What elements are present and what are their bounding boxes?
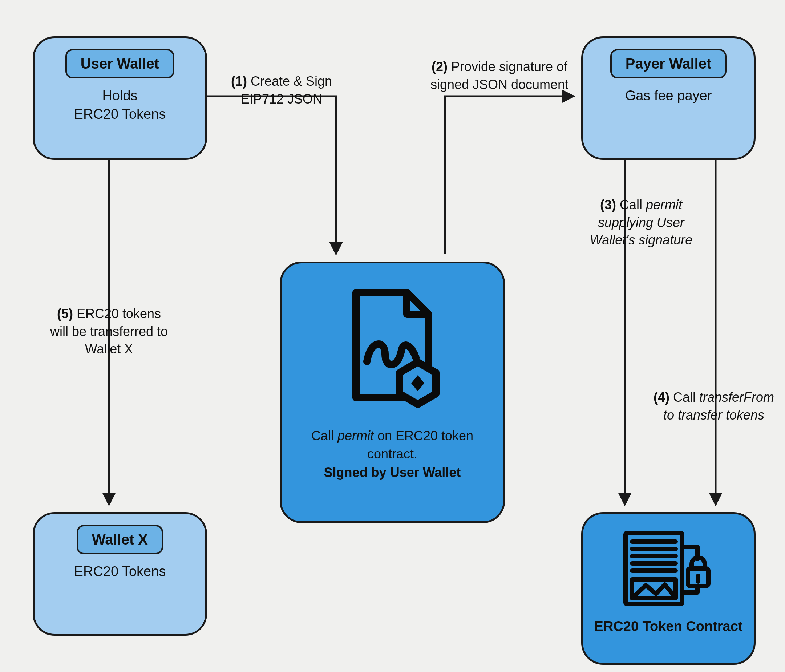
erc20-contract-label: ERC20 Token Contract	[594, 617, 743, 636]
signed-document-caption: Call permit on ERC20 token contract. SIg…	[292, 427, 492, 482]
user-wallet-subtitle: Holds ERC20 Tokens	[74, 86, 166, 124]
wallet-x-node: Wallet X ERC20 Tokens	[33, 512, 207, 636]
step-5-label: (5) ERC20 tokens will be transferred to …	[47, 305, 171, 358]
wallet-x-title: Wallet X	[77, 525, 163, 554]
signed-document-node: Call permit on ERC20 token contract. SIg…	[280, 261, 505, 523]
signed-document-icon	[334, 285, 450, 416]
wallet-x-subtitle: ERC20 Tokens	[74, 562, 166, 581]
user-wallet-title: User Wallet	[66, 49, 174, 78]
smart-contract-lock-icon	[621, 528, 716, 608]
step-2-label: (2) Provide signature of signed JSON doc…	[428, 58, 570, 93]
payer-wallet-node: Payer Wallet Gas fee payer	[581, 36, 755, 160]
step-3-label: (3) Call permit supplying User Wallet's …	[574, 196, 708, 249]
step-4-label: (4) Call transferFrom to transfer tokens	[647, 389, 781, 424]
user-wallet-node: User Wallet Holds ERC20 Tokens	[33, 36, 207, 160]
erc20-contract-node: ERC20 Token Contract	[581, 512, 755, 665]
step-1-label: (1) Create & Sign EIP712 JSON	[225, 73, 338, 108]
payer-wallet-title: Payer Wallet	[610, 49, 727, 78]
payer-wallet-subtitle: Gas fee payer	[625, 86, 712, 105]
